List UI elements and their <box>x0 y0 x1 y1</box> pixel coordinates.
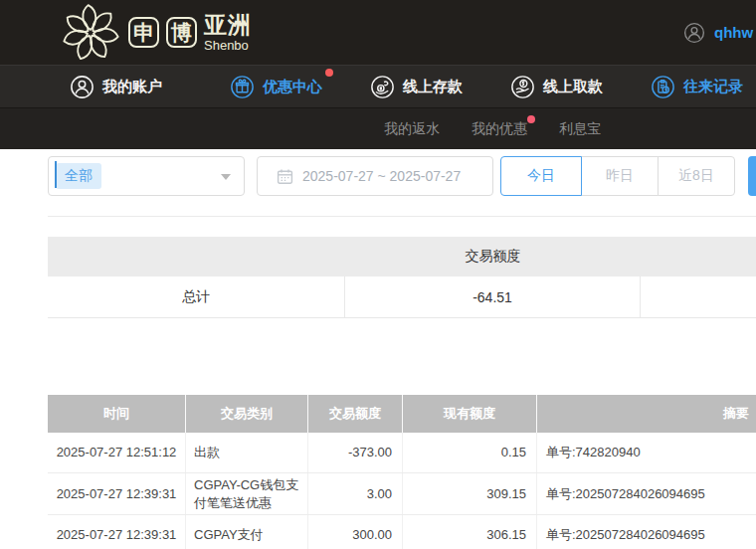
gift-icon <box>230 75 255 99</box>
sub-nav: 我的返水 我的优惠 利息宝 <box>0 107 756 149</box>
transaction-type-select[interactable]: 全部 <box>48 156 245 196</box>
logo-char-box-1: 申 <box>128 17 159 48</box>
search-button[interactable] <box>748 156 756 196</box>
summary-header-spacer <box>48 237 345 276</box>
cell-amount: 3.00 <box>308 473 403 514</box>
selected-type-chip: 全部 <box>56 163 101 189</box>
promos-badge-dot <box>527 115 535 123</box>
flower-logo-icon <box>60 2 121 64</box>
subnav-label: 我的返水 <box>384 120 440 136</box>
cell-type: CGPAY支付 <box>186 515 308 549</box>
summary-header-row: 交易额度 <box>48 237 756 276</box>
cell-amount: 300.00 <box>308 515 403 549</box>
table-row: 2025-07-27 12:39:31 CGPAY-CG钱包支付笔笔送优惠 3.… <box>48 473 756 515</box>
subnav-item-my-promos[interactable]: 我的优惠 <box>472 120 527 138</box>
cell-summary: 单号:742820940 <box>537 433 756 472</box>
summary-total-value: -64.51 <box>345 276 641 317</box>
range-button-last8days[interactable]: 近8日 <box>658 156 735 196</box>
cell-summary: 单号:202507284026094695 <box>537 473 756 514</box>
brand-logo[interactable]: 申 博 亚洲 Shenbo <box>60 1 252 64</box>
transaction-records-page: { "brand": { "logo_char_1": "申", "logo_c… <box>0 0 756 549</box>
nav-item-online-withdrawal[interactable]: 线上取款 <box>510 75 603 99</box>
cell-time: 2025-07-27 12:39:31 <box>48 473 186 514</box>
col-header-type: 交易类别 <box>186 395 308 433</box>
table-header-row: 时间 交易类别 交易额度 现有额度 摘要 <box>48 395 756 433</box>
subnav-item-interest-treasure[interactable]: 利息宝 <box>559 120 601 138</box>
range-button-label: 昨日 <box>606 167 634 185</box>
withdraw-hand-icon <box>510 75 535 99</box>
logo-region-text: 亚洲 <box>204 14 252 37</box>
nav-item-transaction-records[interactable]: 往来记录 <box>651 75 743 99</box>
table-row: 2025-07-27 12:39:31 CGPAY支付 300.00 306.1… <box>48 515 756 549</box>
cell-amount: -373.00 <box>308 433 403 472</box>
table-row: 2025-07-27 12:51:12 出款 -373.00 0.15 单号:7… <box>48 433 756 473</box>
cell-type: CGPAY-CG钱包支付笔笔送优惠 <box>186 473 308 514</box>
col-header-time: 时间 <box>48 395 186 433</box>
cell-balance: 306.15 <box>403 515 537 549</box>
main-nav: 我的账户 优惠中心 线上存款 线上取款 <box>0 65 756 107</box>
summary-header-amount: 交易额度 <box>345 237 641 276</box>
transactions-table: 时间 交易类别 交易额度 现有额度 摘要 2025-07-27 12:51:12… <box>48 395 756 549</box>
calendar-icon <box>277 168 293 185</box>
subnav-label: 我的优惠 <box>472 120 527 136</box>
logo-char-2: 博 <box>171 19 192 47</box>
text-cursor <box>55 161 57 188</box>
cell-summary: 单号:202507284026094695 <box>537 515 756 549</box>
col-header-amount: 交易额度 <box>308 395 403 433</box>
user-account-area[interactable]: qhhw <box>683 0 753 65</box>
cell-balance: 309.15 <box>403 473 537 514</box>
col-header-balance: 现有额度 <box>403 395 537 433</box>
promo-badge-dot <box>325 69 333 77</box>
top-header: 申 博 亚洲 Shenbo qhhw <box>0 0 756 65</box>
summary-header-spacer <box>641 237 756 276</box>
summary-total-row: 总计 -64.51 <box>48 276 756 318</box>
summary-empty-cell <box>641 276 756 317</box>
username-text[interactable]: qhhw <box>714 24 753 41</box>
summary-table: 交易额度 总计 -64.51 <box>48 237 756 318</box>
selected-type-text: 全部 <box>65 167 93 183</box>
section-divider <box>48 216 756 217</box>
logo-char-1: 申 <box>133 19 154 47</box>
date-range-picker[interactable]: 2025-07-27 ~ 2025-07-27 <box>257 156 493 196</box>
range-button-today[interactable]: 今日 <box>500 156 582 196</box>
cell-type: 出款 <box>186 433 308 472</box>
subnav-label: 利息宝 <box>559 120 601 136</box>
subnav-item-my-rebate[interactable]: 我的返水 <box>384 120 440 138</box>
nav-label: 往来记录 <box>683 78 743 96</box>
logo-text: 亚洲 Shenbo <box>204 14 252 52</box>
records-icon <box>651 75 675 99</box>
summary-total-label: 总计 <box>48 276 345 317</box>
nav-label: 优惠中心 <box>263 78 322 96</box>
nav-item-online-deposit[interactable]: 线上存款 <box>370 75 463 99</box>
range-button-label: 今日 <box>527 167 555 185</box>
cell-time: 2025-07-27 12:39:31 <box>48 515 186 549</box>
quick-range-button-group: 今日 昨日 近8日 <box>500 156 735 196</box>
date-range-text: 2025-07-27 ~ 2025-07-27 <box>302 168 461 184</box>
cell-balance: 0.15 <box>403 433 537 472</box>
nav-item-my-account[interactable]: 我的账户 <box>70 75 162 99</box>
person-icon <box>70 75 94 99</box>
logo-en-text: Shenbo <box>204 39 252 52</box>
col-header-summary: 摘要 <box>537 395 756 433</box>
nav-label: 我的账户 <box>102 78 162 96</box>
logo-char-box-2: 博 <box>166 17 197 48</box>
nav-item-promo-center[interactable]: 优惠中心 <box>230 75 322 99</box>
cell-time: 2025-07-27 12:51:12 <box>48 433 186 472</box>
deposit-hand-icon <box>370 75 395 99</box>
nav-label: 线上取款 <box>543 78 603 96</box>
user-avatar-icon <box>683 22 705 44</box>
nav-label: 线上存款 <box>403 78 463 96</box>
range-button-yesterday[interactable]: 昨日 <box>581 156 659 196</box>
range-button-label: 近8日 <box>678 167 714 185</box>
chevron-down-icon <box>221 174 231 180</box>
